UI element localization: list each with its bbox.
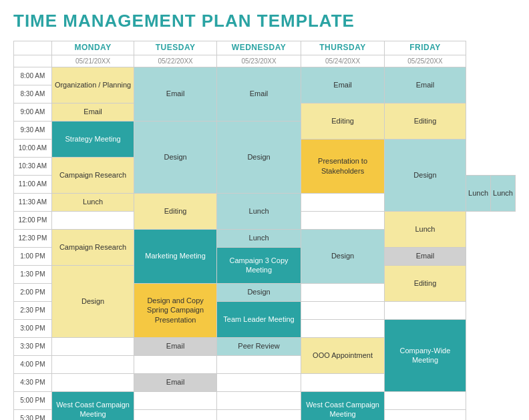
cell-wed-800: Email (216, 67, 301, 121)
cell-thu-430 (301, 373, 385, 391)
cell-thu-230 (301, 301, 385, 319)
cell-thu-500: West Coast Campaign Meeting (301, 391, 385, 420)
cell-wed-530 (216, 409, 301, 420)
cell-wed-500 (216, 391, 301, 409)
cell-tue-500 (134, 391, 216, 409)
cell-wed-430 (216, 373, 301, 391)
schedule-table: MONDAY TUESDAY WEDNESDAY THURSDAY FRIDAY… (13, 41, 516, 420)
cell-fri-230 (384, 301, 466, 319)
date-tuesday: 05/22/20XX (134, 55, 216, 67)
cell-fri-100: Email (384, 247, 466, 265)
cell-fri-300: Company-Wide Meeting (384, 319, 466, 391)
cell-wed-230: Team Leader Meeting (216, 301, 301, 337)
time-label: 1:30 PM (14, 265, 52, 283)
cell-tue-200: Design and Copy Spring Campaign Presenta… (134, 283, 216, 337)
time-label: 10:30 AM (14, 157, 52, 175)
header-thursday: THURSDAY (301, 41, 385, 55)
cell-mon-1200 (51, 211, 134, 229)
time-label: 4:00 PM (14, 355, 52, 373)
cell-tue-330: Email (134, 337, 216, 355)
time-label: 11:30 AM (14, 193, 52, 211)
empty-header (14, 41, 52, 55)
cell-thu-1130: Lunch (216, 193, 301, 229)
cell-fri-500 (384, 391, 466, 409)
cell-wed-1230: Lunch (216, 229, 301, 247)
cell-thu-900: Editing (301, 103, 385, 139)
cell-mon-400 (51, 355, 134, 373)
time-label: 11:00 AM (14, 175, 52, 193)
header-friday: FRIDAY (384, 41, 466, 55)
cell-wed-400 (216, 355, 301, 373)
time-label: 9:00 AM (14, 103, 52, 121)
cell-tue-1200 (301, 211, 385, 229)
cell-mon-900: Email (51, 103, 134, 121)
cell-mon-430 (51, 373, 134, 391)
header-monday: MONDAY (51, 41, 134, 55)
cell-mon-1130: Lunch (51, 193, 134, 211)
time-label: 12:30 PM (14, 229, 52, 247)
cell-mon-130: Design (51, 265, 134, 337)
time-label: 2:30 PM (14, 301, 52, 319)
table-row: 8:00 AM Organization / Planning Email Em… (14, 67, 516, 85)
cell-wed-200: Design (216, 283, 301, 301)
date-monday: 05/21/20XX (51, 55, 134, 67)
cell-wed-100: Campaign 3 Copy Meeting (216, 247, 301, 283)
cell-tue-430: Email (134, 373, 216, 391)
cell-wed-1100: Lunch (491, 175, 516, 211)
time-label: 3:00 PM (14, 319, 52, 337)
cell-thu-330: OOO Appointment (301, 337, 385, 373)
cell-fri-800: Email (384, 67, 466, 103)
cell-thu-1000: Presentation to Stakeholders (301, 139, 385, 193)
cell-tue-800: Email (134, 67, 216, 121)
time-label: 5:30 PM (14, 409, 52, 420)
time-label: 4:30 PM (14, 373, 52, 391)
cell-thu-200 (301, 283, 385, 301)
date-thursday: 05/24/20XX (301, 55, 385, 67)
cell-wed-1130-edit: Editing (134, 193, 216, 229)
time-label: 3:30 PM (14, 337, 52, 355)
header-tuesday: TUESDAY (134, 41, 216, 55)
cell-tue-930: Design (134, 121, 216, 193)
date-header-row: 05/21/20XX 05/22/20XX 05/23/20XX 05/24/2… (14, 55, 516, 67)
time-label: 12:00 PM (14, 211, 52, 229)
cell-thu-1230: Design (301, 229, 385, 283)
time-label: 5:00 PM (14, 391, 52, 409)
cell-wed-330: Peer Review (216, 337, 301, 355)
cell-thu-800: Email (301, 67, 385, 103)
cell-mon-1230: Campaign Research (51, 229, 134, 265)
cell-fri-900: Editing (384, 103, 466, 139)
cell-fri-530 (384, 409, 466, 420)
cell-wed-930: Design (216, 121, 301, 193)
cell-mon-330 (51, 337, 134, 355)
time-label: 10:00 AM (14, 139, 52, 157)
day-header-row: MONDAY TUESDAY WEDNESDAY THURSDAY FRIDAY (14, 41, 516, 55)
cell-mon-930: Strategy Meeting (51, 121, 134, 157)
page-title: TIME MANAGEMENT PLAN TEMPLATE (13, 11, 516, 31)
cell-mon-500: West Coast Campaign Meeting (51, 391, 134, 420)
cell-mon-1030: Campaign Research (51, 157, 134, 193)
time-label: 2:00 PM (14, 283, 52, 301)
header-wednesday: WEDNESDAY (216, 41, 301, 55)
cell-fri-1200: Lunch (384, 211, 466, 247)
cell-tue-1100: Lunch (466, 175, 491, 211)
date-friday: 05/25/20XX (384, 55, 466, 67)
time-label: 1:00 PM (14, 247, 52, 265)
cell-fri-130: Editing (384, 265, 466, 301)
table-row: 5:00 PM West Coast Campaign Meeting West… (14, 391, 516, 409)
date-wednesday: 05/23/20XX (216, 55, 301, 67)
time-label: 8:00 AM (14, 67, 52, 85)
cell-tue-1230: Marketing Meeting (134, 229, 216, 283)
cell-tue-530 (134, 409, 216, 420)
cell-tue-400 (134, 355, 216, 373)
time-label: 9:30 AM (14, 121, 52, 139)
cell-mon-800: Organization / Planning (51, 67, 134, 103)
time-label: 8:30 AM (14, 85, 52, 103)
cell-thu-300 (301, 319, 385, 337)
cell-fri-1000: Design (384, 139, 466, 211)
